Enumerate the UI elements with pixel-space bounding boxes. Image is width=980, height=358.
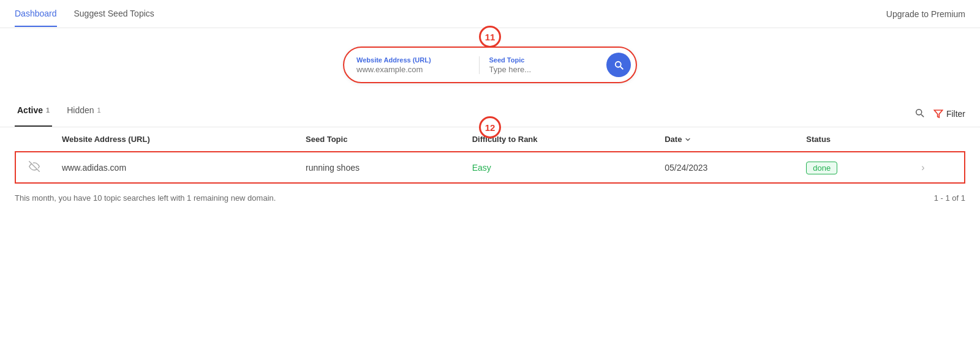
annotation-11: 11 [479,26,501,48]
cell-action[interactable]: › [911,152,965,183]
footer-mid: topic searches left with [102,193,187,203]
filter-right: Filter [914,107,965,120]
pagination-info: 1 - 1 of 1 [934,193,965,203]
cell-seed-topic: running shoes [296,152,462,183]
nav-dashboard[interactable]: Dashboard [15,1,57,27]
difficulty-badge: Easy [472,163,491,173]
tab-hidden-label: Hidden [67,105,94,115]
url-label: Website Address (URL) [356,56,469,64]
nav-left: Dashboard Suggest Seed Topics [15,1,154,27]
url-input[interactable] [356,65,469,74]
table-footer: This month, you have 10 topic searches l… [0,184,980,212]
col-header-status: Status [796,127,911,152]
tab-active-count: 1 [46,106,50,114]
topic-input[interactable] [489,65,602,74]
filter-search-icon[interactable] [914,107,925,120]
table-container: 12 Website Address (URL) Seed Topic Diff… [0,127,980,184]
annotation-12: 12 [479,116,501,138]
hide-icon[interactable] [29,164,40,174]
cell-visibility[interactable] [15,152,52,183]
tab-active-label: Active [17,105,43,115]
status-badge: done [806,162,837,174]
search-section: 11 Website Address (URL) Seed Topic [0,28,980,100]
cell-url: www.adidas.com [52,152,296,183]
col-header-seed-topic: Seed Topic [296,127,462,152]
search-url-part: Website Address (URL) [356,56,480,74]
footer-suffix: remaining new domain. [191,193,276,203]
tabs-left: Active 1 Hidden 1 [15,100,116,127]
footer-searches-left: 10 [93,193,102,203]
topic-label: Seed Topic [489,56,602,64]
search-bar: Website Address (URL) Seed Topic [343,47,637,83]
search-icon [613,59,624,70]
search-topic-part: Seed Topic [480,56,607,74]
top-nav: Dashboard Suggest Seed Topics Upgrade to… [0,0,980,28]
search-button[interactable] [606,53,631,77]
cell-difficulty: Easy [462,152,655,183]
date-label: Date [665,135,682,144]
tab-active[interactable]: Active 1 [15,100,52,127]
footer-prefix: This month, you have [15,193,93,203]
col-header-date[interactable]: Date [655,127,796,152]
cell-status: done [796,152,911,183]
sort-icon [684,136,692,143]
tab-hidden[interactable]: Hidden 1 [64,100,104,127]
chevron-right-icon[interactable]: › [921,162,924,173]
svg-line-1 [921,114,923,116]
nav-suggest-seed-topics[interactable]: Suggest Seed Topics [74,1,154,27]
col-header-url: Website Address (URL) [52,127,296,152]
svg-marker-2 [934,110,942,117]
upgrade-link[interactable]: Upgrade to Premium [886,9,965,19]
svg-point-0 [916,110,922,115]
tab-hidden-count: 1 [97,106,101,114]
filter-icon [933,109,943,119]
filter-label: Filter [946,109,965,119]
table-row: www.adidas.com running shoes Easy 05/24/… [15,152,965,183]
col-header-action [911,127,965,152]
filter-button[interactable]: Filter [933,109,965,119]
cell-date: 05/24/2023 [655,152,796,183]
footer-message: This month, you have 10 topic searches l… [15,193,276,203]
col-header-visibility [15,127,52,152]
